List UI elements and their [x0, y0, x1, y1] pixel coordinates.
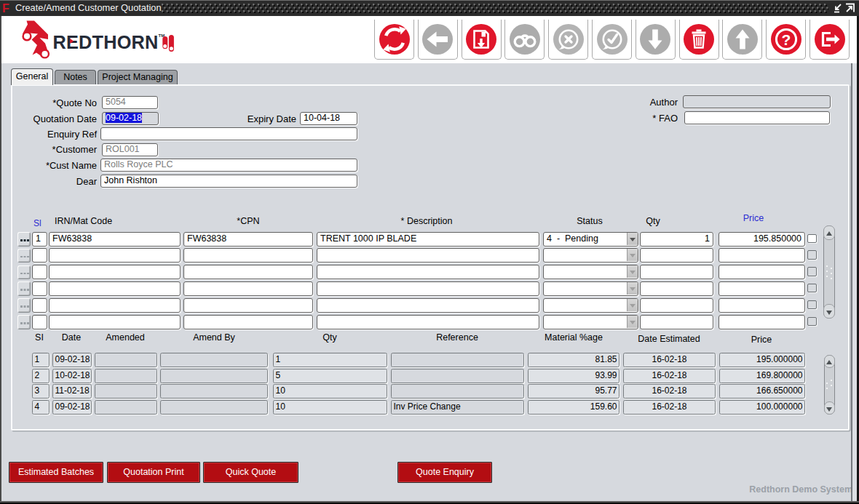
svg-text:REDTHORN: REDTHORN — [53, 32, 159, 52]
svg-text:?: ? — [781, 31, 791, 47]
